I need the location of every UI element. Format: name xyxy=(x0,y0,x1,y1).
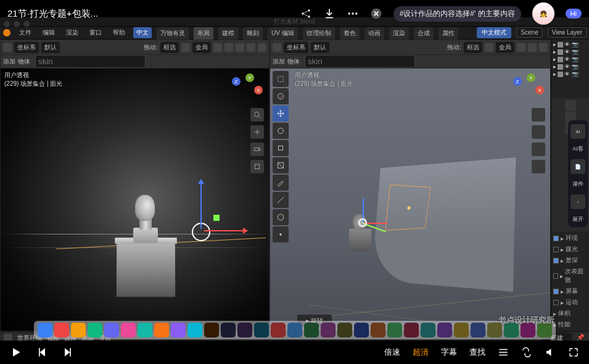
nav-gizmo[interactable]: XYZ xyxy=(513,72,544,103)
tool-rotate[interactable] xyxy=(273,123,289,139)
orientation-label[interactable]: 坐标系 xyxy=(14,42,39,53)
dock-app[interactable] xyxy=(387,323,402,337)
object-menu[interactable]: 物体 xyxy=(287,57,300,66)
prev-icon[interactable] xyxy=(36,346,48,358)
shading-icon[interactable] xyxy=(247,43,255,52)
workspace-tab[interactable]: 动画 xyxy=(365,27,384,39)
lang-button[interactable]: 中文 xyxy=(133,27,152,38)
orientation-label[interactable]: 坐标系 xyxy=(284,42,308,53)
workspace-tab[interactable]: UV 编辑 xyxy=(268,27,298,39)
dock-app[interactable] xyxy=(138,323,152,337)
share-icon[interactable] xyxy=(300,7,312,20)
dock-app[interactable] xyxy=(271,323,286,337)
tool-scale[interactable] xyxy=(273,140,289,156)
prop-row[interactable]: ▸环境 xyxy=(553,233,588,244)
dock-app[interactable] xyxy=(88,323,102,337)
dock-app[interactable] xyxy=(437,323,452,337)
tool-transform[interactable] xyxy=(273,157,289,173)
prop-row[interactable]: ▸性能 xyxy=(553,319,588,330)
topic-pill[interactable]: #设计作品的内容选择#' 的主要内容 xyxy=(393,6,521,22)
dock-app[interactable] xyxy=(404,323,419,337)
shading-icon[interactable] xyxy=(258,43,266,52)
tool-measure[interactable] xyxy=(273,192,289,208)
dock-app[interactable] xyxy=(104,323,119,337)
loop-icon[interactable] xyxy=(521,347,532,358)
tool-extra[interactable] xyxy=(273,226,289,242)
hi-badge[interactable]: Hi xyxy=(566,9,582,19)
speed-button[interactable]: 倍速 xyxy=(384,347,400,358)
avatar[interactable]: 👧 xyxy=(532,2,554,25)
dock-app[interactable] xyxy=(304,323,319,337)
expand-icon[interactable]: ‹ xyxy=(570,194,585,209)
dock-app[interactable] xyxy=(221,323,236,337)
prop-row[interactable]: ▸次表面散 xyxy=(553,266,588,286)
tool-select[interactable] xyxy=(273,71,289,87)
object-menu[interactable]: 物体 xyxy=(18,57,30,66)
search-input[interactable] xyxy=(35,55,146,68)
snap-icon[interactable] xyxy=(485,43,493,52)
tool-cursor[interactable] xyxy=(273,88,289,104)
dock-app[interactable] xyxy=(121,323,136,337)
zoom-icon[interactable] xyxy=(532,108,545,122)
dock-app[interactable] xyxy=(471,323,485,337)
menu-help[interactable]: 帮助 xyxy=(110,27,128,38)
snap-icon[interactable] xyxy=(181,43,190,52)
dock-app[interactable] xyxy=(204,323,219,337)
prop-row[interactable]: ▸屏幕 xyxy=(553,286,588,297)
editor-type-icon[interactable] xyxy=(273,43,281,52)
dock-app[interactable] xyxy=(421,323,435,337)
close-icon[interactable] xyxy=(370,7,382,20)
dock-app[interactable] xyxy=(154,323,169,337)
volume-icon[interactable] xyxy=(545,347,556,358)
dock-app[interactable] xyxy=(354,323,369,337)
workspace-tab[interactable]: 属性 xyxy=(439,27,458,39)
add-menu[interactable]: 添加 xyxy=(3,57,15,66)
subtitle-button[interactable]: 字幕 xyxy=(441,347,457,358)
dock-app[interactable] xyxy=(171,323,186,337)
tool-addcube[interactable] xyxy=(273,209,289,225)
fullscreen-icon[interactable] xyxy=(568,347,579,358)
dock-app[interactable] xyxy=(337,323,352,337)
drag-mode[interactable]: 框选 xyxy=(160,42,179,53)
gizmo-x-axis[interactable] xyxy=(204,230,247,231)
workspace-tab[interactable]: 渲染 xyxy=(389,27,409,39)
scene-field[interactable]: Scene xyxy=(516,27,542,38)
prop-row[interactable]: ▸媒光 xyxy=(553,244,588,255)
tool-annotate[interactable] xyxy=(273,175,289,191)
menu-edit[interactable]: 编辑 xyxy=(39,27,58,38)
workspace-tab[interactable]: 雕刻 xyxy=(243,27,263,39)
mode-button[interactable]: 中文模式 xyxy=(477,27,511,38)
menu-file[interactable]: 文件 xyxy=(16,27,35,38)
shading-solid-icon[interactable] xyxy=(517,43,525,52)
perspective-icon[interactable] xyxy=(250,160,264,173)
dock-app[interactable] xyxy=(254,323,269,337)
dock-app[interactable] xyxy=(287,323,302,337)
tool-move[interactable] xyxy=(273,105,289,122)
editor-type-icon[interactable] xyxy=(3,43,12,52)
workspace-tab[interactable]: 合成 xyxy=(414,27,434,39)
workspace-tab[interactable]: 万物有灵 xyxy=(157,27,189,39)
shading-icon[interactable] xyxy=(236,43,244,52)
nav-gizmo[interactable]: XYZ xyxy=(232,72,263,103)
prop-row[interactable]: ▸体积 xyxy=(553,308,588,319)
viewport-canvas-right[interactable]: 用户透视 (229) 场景集合 | 面光 XYZ xyxy=(270,68,550,331)
more-icon[interactable] xyxy=(347,7,359,20)
camera-icon[interactable] xyxy=(532,143,545,156)
dock-app[interactable] xyxy=(237,323,252,337)
viewport-canvas-left[interactable]: 用户透视 (229) 场景集合 | 面光 XYZ xyxy=(1,68,269,331)
search-input[interactable] xyxy=(305,55,415,68)
playlist-icon[interactable] xyxy=(498,347,509,358)
camera-icon[interactable] xyxy=(250,143,264,156)
outliner[interactable]: ▸ 👁 📷 ▸ 👁 📷 ▸ 👁 📷 ▸ 👁 📷 ▸ 👁 📷 xyxy=(551,39,589,98)
gizmo-y-plane[interactable] xyxy=(213,215,220,221)
shading-icon[interactable] xyxy=(224,43,233,52)
pan-icon[interactable] xyxy=(250,125,264,139)
drag-mode[interactable]: 框选 xyxy=(464,42,482,53)
dock-app[interactable] xyxy=(38,323,52,337)
dock-app[interactable] xyxy=(71,323,86,337)
download-icon[interactable] xyxy=(323,7,336,20)
quality-button[interactable]: 超清 xyxy=(413,347,429,358)
prop-row[interactable]: ▸景深 xyxy=(553,255,588,266)
ai-icon[interactable]: AI xyxy=(570,124,585,139)
workspace-tab[interactable]: 纹理绘制 xyxy=(303,27,335,39)
